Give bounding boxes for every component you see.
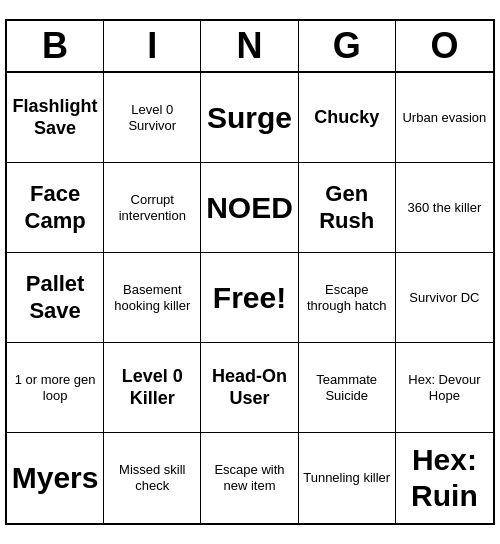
bingo-cell-5: Face Camp	[7, 163, 104, 253]
bingo-card: BINGO Flashlight SaveLevel 0 SurvivorSur…	[5, 19, 495, 525]
bingo-grid: Flashlight SaveLevel 0 SurvivorSurgeChuc…	[7, 73, 493, 523]
cell-text-21: Missed skill check	[108, 462, 196, 493]
bingo-cell-2: Surge	[201, 73, 298, 163]
bingo-cell-8: Gen Rush	[299, 163, 396, 253]
bingo-cell-9: 360 the killer	[396, 163, 493, 253]
cell-text-5: Face Camp	[11, 181, 99, 234]
cell-text-20: Myers	[12, 460, 99, 496]
cell-text-16: Level 0 Killer	[108, 366, 196, 409]
cell-text-10: Pallet Save	[11, 271, 99, 324]
bingo-cell-12: Free!	[201, 253, 298, 343]
bingo-cell-11: Basement hooking killer	[104, 253, 201, 343]
bingo-cell-21: Missed skill check	[104, 433, 201, 523]
cell-text-8: Gen Rush	[303, 181, 391, 234]
bingo-cell-6: Corrupt intervention	[104, 163, 201, 253]
cell-text-2: Surge	[207, 100, 292, 136]
bingo-cell-13: Escape through hatch	[299, 253, 396, 343]
cell-text-3: Chucky	[314, 107, 379, 129]
cell-text-11: Basement hooking killer	[108, 282, 196, 313]
cell-text-15: 1 or more gen loop	[11, 372, 99, 403]
cell-text-19: Hex: Devour Hope	[400, 372, 489, 403]
bingo-cell-14: Survivor DC	[396, 253, 493, 343]
header-letter-B: B	[7, 21, 104, 71]
cell-text-7: NOED	[206, 190, 293, 226]
bingo-cell-16: Level 0 Killer	[104, 343, 201, 433]
cell-text-9: 360 the killer	[408, 200, 482, 216]
bingo-cell-18: Teammate Suicide	[299, 343, 396, 433]
cell-text-23: Tunneling killer	[303, 470, 390, 486]
bingo-cell-7: NOED	[201, 163, 298, 253]
bingo-cell-19: Hex: Devour Hope	[396, 343, 493, 433]
bingo-cell-23: Tunneling killer	[299, 433, 396, 523]
bingo-header: BINGO	[7, 21, 493, 73]
cell-text-14: Survivor DC	[409, 290, 479, 306]
cell-text-0: Flashlight Save	[11, 96, 99, 139]
bingo-cell-17: Head-On User	[201, 343, 298, 433]
bingo-cell-22: Escape with new item	[201, 433, 298, 523]
bingo-cell-10: Pallet Save	[7, 253, 104, 343]
cell-text-18: Teammate Suicide	[303, 372, 391, 403]
bingo-cell-4: Urban evasion	[396, 73, 493, 163]
header-letter-O: O	[396, 21, 493, 71]
bingo-cell-0: Flashlight Save	[7, 73, 104, 163]
bingo-cell-24: Hex: Ruin	[396, 433, 493, 523]
bingo-cell-15: 1 or more gen loop	[7, 343, 104, 433]
cell-text-17: Head-On User	[205, 366, 293, 409]
header-letter-N: N	[201, 21, 298, 71]
cell-text-13: Escape through hatch	[303, 282, 391, 313]
bingo-cell-3: Chucky	[299, 73, 396, 163]
cell-text-6: Corrupt intervention	[108, 192, 196, 223]
bingo-cell-20: Myers	[7, 433, 104, 523]
cell-text-24: Hex: Ruin	[400, 442, 489, 514]
header-letter-G: G	[299, 21, 396, 71]
header-letter-I: I	[104, 21, 201, 71]
cell-text-4: Urban evasion	[402, 110, 486, 126]
bingo-cell-1: Level 0 Survivor	[104, 73, 201, 163]
cell-text-1: Level 0 Survivor	[108, 102, 196, 133]
cell-text-22: Escape with new item	[205, 462, 293, 493]
cell-text-12: Free!	[213, 280, 286, 316]
